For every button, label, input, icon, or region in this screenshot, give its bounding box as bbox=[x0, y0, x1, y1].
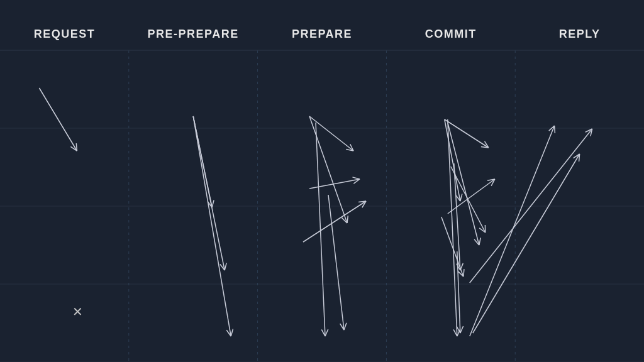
col-commit: COMMIT bbox=[386, 10, 515, 41]
col-reply: REPLY bbox=[515, 10, 644, 41]
col-prepare: PREPARE bbox=[258, 10, 387, 41]
diagram-canvas bbox=[0, 0, 644, 362]
header-row: REQUEST PRE-PREPARE PREPARE COMMIT REPLY bbox=[0, 0, 644, 50]
col-request: REQUEST bbox=[0, 10, 129, 41]
x-mark: ✕ bbox=[72, 304, 83, 319]
col-pre-prepare: PRE-PREPARE bbox=[129, 10, 258, 41]
main-container: REQUEST PRE-PREPARE PREPARE COMMIT REPLY… bbox=[0, 0, 644, 362]
